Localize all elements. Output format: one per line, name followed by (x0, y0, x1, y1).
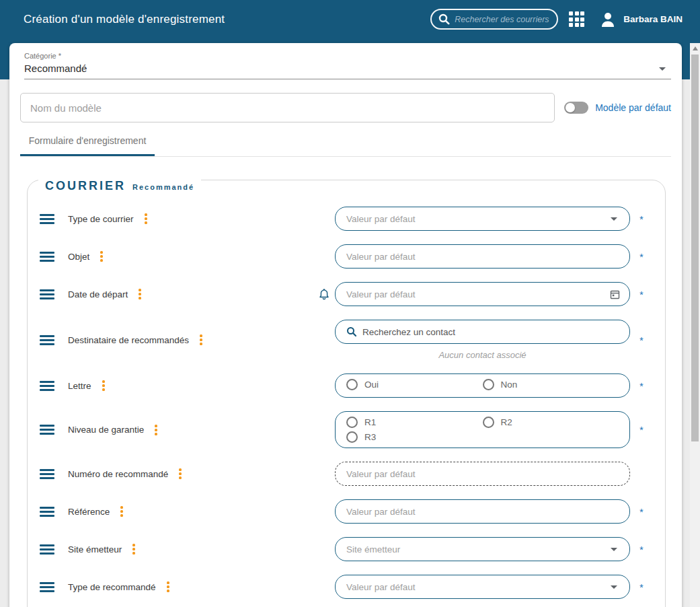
radio-group: OuiNon (335, 373, 630, 398)
courrier-fieldset: COURRIER Recommandé Type de courrierVale… (27, 180, 666, 607)
default-value-select[interactable]: Valeur par défaut (335, 575, 630, 599)
drag-handle-icon[interactable] (40, 582, 54, 592)
no-contact-helper: Aucun contact associé (335, 350, 630, 360)
field-placeholder: Valeur par défaut (346, 469, 416, 479)
default-value-select[interactable]: Site émetteur (335, 537, 630, 561)
required-asterisk: * (639, 213, 644, 225)
required-asterisk: * (639, 380, 644, 392)
required-asterisk: * (639, 424, 644, 435)
field-label: Site émetteur (68, 544, 122, 555)
kebab-menu-icon[interactable] (143, 212, 149, 225)
kebab-menu-icon[interactable] (178, 467, 183, 480)
field-row: Numéro de recommandéValeur par défaut (28, 462, 665, 486)
field-label: Lettre (68, 381, 91, 391)
default-model-toggle[interactable]: Modèle par défaut (564, 102, 671, 114)
drag-handle-icon[interactable] (40, 252, 54, 262)
category-value: Recommandé (24, 63, 671, 74)
field-row: Date de départValeur par défaut* (28, 282, 665, 306)
chevron-down-icon (611, 585, 617, 589)
search-icon (346, 326, 357, 337)
required-asterisk: * (639, 544, 644, 555)
radio-circle-icon[interactable] (483, 379, 494, 390)
radio-option[interactable]: R2 (483, 417, 619, 428)
tab-bar: Formulaire d'enregistrement (20, 127, 671, 157)
default-value-input-disabled[interactable]: Valeur par défaut (335, 462, 630, 486)
field-placeholder: Valeur par défaut (346, 507, 416, 517)
radio-option[interactable]: Non (483, 379, 619, 390)
user-avatar-icon[interactable] (599, 11, 617, 28)
contact-search-input[interactable]: Recherchez un contact (335, 320, 630, 344)
required-asterisk: * (639, 334, 644, 346)
search-icon (438, 13, 450, 25)
kebab-menu-icon[interactable] (198, 333, 204, 347)
radio-label: R2 (501, 417, 512, 427)
user-name: Barbara BAIN (623, 14, 683, 24)
field-label: Type de recommandé (68, 582, 156, 592)
chevron-down-icon (611, 217, 617, 221)
kebab-menu-icon[interactable] (153, 423, 159, 437)
drag-handle-icon[interactable] (40, 507, 54, 517)
field-placeholder: Valeur par défaut (346, 252, 416, 262)
default-model-toggle-label: Modèle par défaut (595, 102, 671, 113)
field-row: Type de recommandéValeur par défaut* (28, 575, 665, 599)
drag-handle-icon[interactable] (40, 469, 54, 479)
model-name-input[interactable] (20, 93, 555, 122)
default-value-input[interactable]: Valeur par défaut (335, 499, 630, 524)
category-select[interactable]: Catégorie * Recommandé (24, 52, 671, 79)
field-label: Type de courrier (68, 214, 134, 224)
apps-grid-icon[interactable] (569, 11, 584, 27)
required-asterisk: * (639, 506, 644, 517)
field-label: Numéro de recommandé (68, 469, 168, 479)
tab-formulaire-enregistrement[interactable]: Formulaire d'enregistrement (20, 127, 155, 156)
search-input[interactable] (455, 15, 550, 24)
date-input[interactable]: Valeur par défaut (335, 282, 630, 306)
field-row: Site émetteurSite émetteur* (28, 537, 665, 561)
field-row: LettreOuiNon* (28, 373, 665, 398)
chevron-down-icon (611, 548, 617, 551)
radio-option[interactable]: R1 (346, 417, 483, 428)
field-label: Référence (68, 507, 110, 517)
default-value-input[interactable]: Valeur par défaut (335, 244, 630, 269)
calendar-icon (610, 289, 620, 299)
drag-handle-icon[interactable] (40, 335, 54, 345)
header-search[interactable] (430, 9, 558, 30)
radio-circle-icon[interactable] (346, 379, 358, 390)
scroll-up-button[interactable] (690, 43, 700, 54)
field-label: Destinataire de recommandés (68, 335, 189, 345)
radio-option[interactable]: R3 (346, 431, 483, 443)
scrollbar-thumb[interactable] (691, 55, 699, 441)
section-title: COURRIER (45, 179, 126, 193)
model-name-row: Modèle par défaut (20, 93, 671, 122)
field-placeholder: Valeur par défaut (346, 582, 416, 592)
drag-handle-icon[interactable] (40, 381, 54, 391)
field-label: Date de départ (68, 289, 128, 299)
field-label: Objet (68, 252, 89, 262)
kebab-menu-icon[interactable] (137, 287, 143, 301)
kebab-menu-icon[interactable] (119, 505, 124, 518)
main-card: Catégorie * Recommandé Modèle par défaut… (9, 43, 682, 607)
scrollbar[interactable] (690, 43, 700, 607)
radio-label: Non (501, 380, 518, 390)
radio-circle-icon[interactable] (483, 417, 494, 428)
drag-handle-icon[interactable] (40, 425, 54, 435)
radio-label: R1 (364, 417, 376, 427)
kebab-menu-icon[interactable] (131, 542, 137, 556)
app-header: Création d'un modèle d'enregistrement Ba… (0, 0, 700, 38)
toggle-off-icon[interactable] (564, 102, 588, 114)
radio-option[interactable]: Oui (346, 379, 483, 390)
radio-circle-icon[interactable] (346, 417, 358, 428)
kebab-menu-icon[interactable] (101, 379, 106, 392)
default-value-select[interactable]: Valeur par défaut (335, 207, 630, 231)
section-subtitle: Recommandé (132, 183, 194, 191)
kebab-menu-icon[interactable] (165, 580, 171, 594)
drag-handle-icon[interactable] (40, 214, 54, 224)
drag-handle-icon[interactable] (40, 289, 54, 299)
kebab-menu-icon[interactable] (99, 250, 104, 263)
bell-slot (319, 288, 335, 300)
drag-handle-icon[interactable] (40, 544, 54, 555)
fieldset-legend: COURRIER Recommandé (38, 179, 201, 193)
field-row: Type de courrierValeur par défaut* (28, 207, 665, 231)
page-title: Création d'un modèle d'enregistrement (24, 13, 430, 26)
radio-circle-icon[interactable] (346, 431, 358, 443)
field-placeholder: Recherchez un contact (362, 327, 455, 337)
